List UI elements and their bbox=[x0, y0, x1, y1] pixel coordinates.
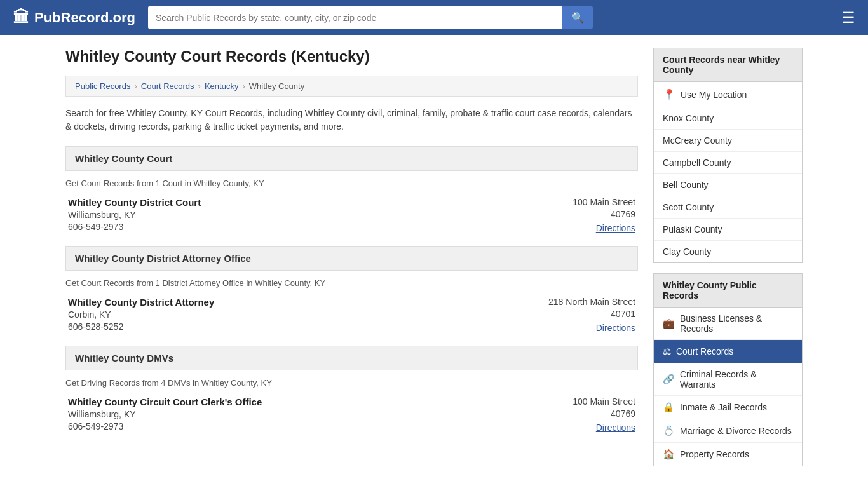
breadcrumb-public-records[interactable]: Public Records bbox=[75, 81, 130, 91]
section-desc-dmv: Get Driving Records from 4 DMVs in Whitl… bbox=[65, 378, 638, 388]
sidebar-item-knox[interactable]: Knox County bbox=[654, 107, 802, 130]
section-desc-da: Get Court Records from 1 District Attorn… bbox=[65, 278, 638, 288]
location-icon: 📍 bbox=[663, 88, 675, 100]
directions-link-district-court[interactable]: Directions bbox=[596, 223, 635, 233]
campbell-county-label: Campbell County bbox=[663, 158, 731, 168]
bell-county-label: Bell County bbox=[663, 180, 709, 190]
business-icon: 💼 bbox=[663, 318, 675, 329]
site-logo[interactable]: 🏛 PubRecord.org bbox=[13, 8, 135, 27]
record-right-circuit-clerk: 100 Main Street 40769 Directions bbox=[573, 396, 635, 433]
breadcrumb-kentucky[interactable]: Kentucky bbox=[205, 81, 238, 91]
directions-link-circuit-clerk[interactable]: Directions bbox=[596, 423, 635, 433]
record-entry-district-court: Whitley County District Court Williamsbu… bbox=[65, 197, 638, 233]
record-name-district-court[interactable]: Whitley County District Court bbox=[68, 197, 573, 208]
directions-link-da[interactable]: Directions bbox=[596, 323, 635, 333]
record-address-circuit-clerk: 100 Main Street bbox=[573, 396, 635, 407]
sidebar-use-location[interactable]: 📍 Use My Location bbox=[654, 82, 802, 107]
logo-icon: 🏛 bbox=[13, 8, 29, 27]
record-entry-circuit-clerk: Whitley County Circuit Court Clerk's Off… bbox=[65, 396, 638, 433]
record-name-circuit-clerk[interactable]: Whitley County Circuit Court Clerk's Off… bbox=[68, 396, 573, 407]
sidebar-item-mccreary[interactable]: McCreary County bbox=[654, 130, 802, 152]
property-records-label: Property Records bbox=[680, 449, 749, 459]
criminal-records-label: Criminal Records & Warrants bbox=[680, 369, 793, 390]
record-zip-circuit-clerk: 40769 bbox=[573, 409, 635, 419]
sidebar: Court Records near Whitley County 📍 Use … bbox=[653, 48, 803, 477]
sidebar-item-bell[interactable]: Bell County bbox=[654, 174, 802, 196]
sidebar-item-property-records[interactable]: 🏠 Property Records bbox=[654, 443, 802, 466]
record-right-district-court: 100 Main Street 40769 Directions bbox=[573, 197, 635, 233]
marriage-icon: 💍 bbox=[663, 425, 675, 437]
sidebar-item-court-records[interactable]: ⚖ Court Records bbox=[654, 340, 802, 363]
pulaski-county-label: Pulaski County bbox=[663, 224, 722, 234]
breadcrumb: Public Records › Court Records › Kentuck… bbox=[65, 76, 638, 97]
section-header-dmv: Whitley County DMVs bbox=[65, 346, 638, 370]
inmate-icon: 🔒 bbox=[663, 402, 675, 413]
record-right-da: 218 North Main Street 40701 Directions bbox=[548, 297, 635, 333]
record-phone-district-court: 606-549-2973 bbox=[68, 222, 573, 232]
logo-text: PubRecord.org bbox=[34, 10, 135, 26]
record-left-circuit-clerk: Whitley County Circuit Court Clerk's Off… bbox=[68, 396, 573, 433]
record-zip-da: 40701 bbox=[548, 309, 635, 319]
sidebar-nearby-list: 📍 Use My Location Knox County McCreary C… bbox=[653, 82, 803, 263]
menu-icon[interactable]: ☰ bbox=[841, 9, 855, 27]
page-title: Whitley County Court Records (Kentucky) bbox=[65, 48, 638, 65]
sidebar-public-records-title: Whitley County Public Records bbox=[653, 273, 803, 308]
record-phone-circuit-clerk: 606-549-2973 bbox=[68, 421, 573, 431]
breadcrumb-sep-2: › bbox=[198, 81, 201, 91]
sidebar-item-clay[interactable]: Clay County bbox=[654, 241, 802, 262]
record-left-district-court: Whitley County District Court Williamsbu… bbox=[68, 197, 573, 233]
knox-county-label: Knox County bbox=[663, 113, 714, 123]
business-licenses-label: Business Licenses & Records bbox=[680, 313, 793, 334]
clay-county-label: Clay County bbox=[663, 247, 711, 257]
content-area: Whitley County Court Records (Kentucky) … bbox=[65, 48, 638, 477]
record-name-da[interactable]: Whitley County District Attorney bbox=[68, 297, 548, 308]
mccreary-county-label: McCreary County bbox=[663, 135, 732, 146]
record-zip-district-court: 40769 bbox=[573, 209, 635, 219]
sidebar-item-business-licenses[interactable]: 💼 Business Licenses & Records bbox=[654, 308, 802, 340]
marriage-records-label: Marriage & Divorce Records bbox=[680, 426, 792, 436]
breadcrumb-court-records[interactable]: Court Records bbox=[141, 81, 194, 91]
record-phone-da: 606-528-5252 bbox=[68, 322, 548, 332]
sidebar-item-campbell[interactable]: Campbell County bbox=[654, 152, 802, 174]
inmate-records-label: Inmate & Jail Records bbox=[680, 402, 767, 412]
breadcrumb-whitley-county: Whitley County bbox=[249, 81, 304, 91]
record-entry-da: Whitley County District Attorney Corbin,… bbox=[65, 297, 638, 333]
sidebar-item-criminal-records[interactable]: 🔗 Criminal Records & Warrants bbox=[654, 363, 802, 396]
record-address-district-court: 100 Main Street bbox=[573, 197, 635, 207]
site-header: 🏛 PubRecord.org 🔍 ☰ bbox=[0, 0, 868, 35]
sidebar-nearby-title: Court Records near Whitley County bbox=[653, 48, 803, 82]
section-header-court: Whitley County Court bbox=[65, 146, 638, 171]
property-icon: 🏠 bbox=[663, 449, 675, 460]
record-left-da: Whitley County District Attorney Corbin,… bbox=[68, 297, 548, 333]
section-desc-court: Get Court Records from 1 Court in Whitle… bbox=[65, 179, 638, 188]
sidebar-item-pulaski[interactable]: Pulaski County bbox=[654, 219, 802, 241]
record-address-da: 218 North Main Street bbox=[548, 297, 635, 307]
sidebar-item-marriage-records[interactable]: 💍 Marriage & Divorce Records bbox=[654, 419, 802, 443]
sidebar-public-records-list: 💼 Business Licenses & Records ⚖ Court Re… bbox=[653, 308, 803, 466]
search-input[interactable] bbox=[148, 6, 562, 29]
use-location-label: Use My Location bbox=[681, 90, 747, 100]
search-icon: 🔍 bbox=[571, 12, 584, 23]
court-icon: ⚖ bbox=[663, 346, 671, 357]
sidebar-item-inmate-records[interactable]: 🔒 Inmate & Jail Records bbox=[654, 396, 802, 419]
intro-text: Search for free Whitley County, KY Court… bbox=[65, 107, 638, 133]
breadcrumb-sep-3: › bbox=[242, 81, 245, 91]
court-records-label: Court Records bbox=[676, 346, 733, 356]
section-header-da: Whitley County District Attorney Office bbox=[65, 246, 638, 271]
record-city-district-court: Williamsburg, KY bbox=[68, 210, 573, 220]
main-container: Whitley County Court Records (Kentucky) … bbox=[53, 35, 815, 488]
sidebar-item-scott[interactable]: Scott County bbox=[654, 196, 802, 219]
record-city-circuit-clerk: Williamsburg, KY bbox=[68, 409, 573, 419]
search-bar: 🔍 bbox=[148, 6, 593, 29]
criminal-icon: 🔗 bbox=[663, 374, 675, 385]
record-city-da: Corbin, KY bbox=[68, 309, 548, 320]
scott-county-label: Scott County bbox=[663, 202, 714, 212]
search-button[interactable]: 🔍 bbox=[562, 6, 593, 29]
breadcrumb-sep-1: › bbox=[134, 81, 137, 91]
